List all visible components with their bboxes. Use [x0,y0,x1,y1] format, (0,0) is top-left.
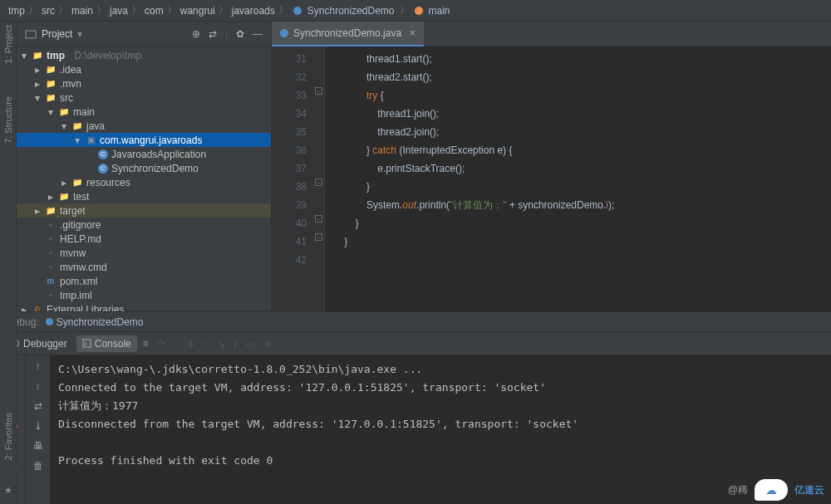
file-icon: ▫ [45,262,57,273]
clear-icon[interactable]: 🗑 [33,460,43,472]
tab-project[interactable]: 1: Project [3,25,13,63]
up-icon[interactable]: ↑ [36,360,41,372]
down-icon[interactable]: ↓ [36,380,41,392]
watermark: @稀 ☁ 亿速云 [728,479,824,501]
bc-method[interactable]: main [413,5,452,17]
tree-item[interactable]: ▸📁.idea [17,62,271,76]
tree-item[interactable]: ▸📁target [17,203,271,218]
tree-ext-lib[interactable]: ▸⫛ External Libraries [17,302,271,311]
evaluate-icon[interactable]: ▭ [246,338,255,350]
code-area[interactable]: 313233343536373839404142 - - - - thread1… [272,46,831,311]
bc-seg[interactable]: src [42,5,55,17]
fold-gutter[interactable]: - - - - [313,46,325,311]
file-icon: ▫ [45,247,57,259]
class-icon: C [98,164,108,174]
console-tab[interactable]: Console [76,335,137,352]
close-icon[interactable]: × [410,27,416,39]
class-icon [280,29,288,37]
bc-seg[interactable]: javaroads [232,5,275,17]
tree-item[interactable]: ▫tmp.iml [17,288,271,302]
folder-icon: 📁 [58,106,70,118]
class-icon: C [98,149,108,159]
code-content[interactable]: thread1.start(); thread2.start(); try { … [325,46,831,311]
left-tool-bar: 1: Project 7: Structure [0,22,17,311]
tree-item[interactable]: ▾📁java [17,119,271,133]
fold-marker[interactable]: - [315,87,322,95]
hide-icon[interactable]: — [253,28,263,40]
file-icon: ▫ [45,290,57,301]
folder-icon: 📁 [45,78,57,90]
file-icon: ▫ [45,233,57,245]
tree-item[interactable]: ▸📁resources [17,175,271,189]
debug-sidebar-2: ↑ ↓ ⇄ ⤓ 🖶 🗑 [25,355,50,504]
pkg-icon: ▣ [85,135,96,146]
tree-item[interactable]: ▫.gitignore [17,218,271,232]
settings-icon[interactable]: ✿ [236,28,244,40]
scroll-icon[interactable]: ⤓ [34,420,42,432]
build-icon[interactable]: ★ [4,485,12,496]
folder-icon: 📁 [45,64,57,76]
m-icon: m [45,276,57,287]
class-icon [293,7,302,15]
editor-tabs: SynchronizedDemo.java × [272,22,831,46]
tree-item[interactable]: ▾▣com.wangrui.javaroads [17,133,271,147]
force-step-icon[interactable]: ⇓ [187,338,195,350]
fold-marker[interactable]: - [315,233,322,241]
step-into-icon[interactable]: ↓ [174,338,179,350]
debug-config[interactable]: SynchronizedDemo [46,316,144,328]
debug-panel: Debug: SynchronizedDemo Debugger Console… [0,311,831,504]
bc-seg[interactable]: com [145,5,164,17]
folder-icon: 📁 [32,50,43,61]
left-bottom-bar: 2: Favorites ★ [0,311,17,504]
tree-item[interactable]: ▫mvnw [17,246,271,260]
file-icon: ▫ [45,219,57,231]
tree-root[interactable]: ▾📁 tmp D:\develop\tmp [17,48,271,62]
project-title[interactable]: Project ▾ [25,28,82,40]
editor: SynchronizedDemo.java × 3132333435363738… [272,22,831,311]
folder-icon: 📁 [58,191,70,203]
tree-item[interactable]: ▾📁src [17,91,271,105]
tree-item[interactable]: ▫mvnw.cmd [17,260,271,274]
tree-item[interactable]: ▾📁main [17,105,271,119]
locate-icon[interactable]: ⊕ [192,28,200,40]
tree-item[interactable]: mpom.xml [17,274,271,288]
tree-item[interactable]: CSynchronizedDemo [17,161,271,175]
bc-seg[interactable]: tmp [8,5,25,17]
tab-structure[interactable]: 7: Structure [3,96,13,144]
lib-icon: ⫛ [32,304,43,312]
brand-icon: ☁ [755,479,788,501]
tree-item[interactable]: CJavaroadsApplication [17,147,271,161]
method-icon [415,7,423,15]
folder-icon: 📁 [71,177,83,188]
project-tree[interactable]: ▾📁 tmp D:\develop\tmp ▸📁.idea▸📁.mvn▾📁src… [17,46,271,311]
step-over-icon[interactable]: ↷ [157,338,165,350]
collapse-icon[interactable]: ⇄ [209,28,217,40]
console-icon [82,339,91,348]
folder-icon: 📁 [71,120,83,132]
svg-rect-2 [83,340,91,347]
breadcrumb: tmp〉 src〉 main〉 java〉 com〉 wangrui〉 java… [0,0,831,22]
folder-o-icon: 📁 [45,205,57,217]
tree-item[interactable]: ▸📁test [17,189,271,203]
editor-tab[interactable]: SynchronizedDemo.java × [272,22,424,46]
console-output[interactable]: C:\Users\wang-\.jdks\corretto-1.8.0_252\… [50,355,831,504]
project-panel: Project ▾ ⊕ ⇄ | ✿ — ▾📁 tmp D:\develop\tm… [17,22,272,311]
threads-icon[interactable]: ≡ [143,338,149,350]
bc-class[interactable]: SynchronizedDemo [292,5,396,17]
tree-item[interactable]: ▫HELP.md [17,232,271,246]
print-icon[interactable]: 🖶 [33,440,43,452]
wrap-icon[interactable]: ⇄ [34,400,42,412]
run-to-cursor-icon[interactable]: ↘ [217,338,225,350]
tab-favorites[interactable]: 2: Favorites [3,413,13,460]
fold-marker[interactable]: - [315,215,322,223]
class-icon [46,318,53,325]
step-out-icon[interactable]: ↑ [204,338,209,350]
bc-seg[interactable]: wangrui [180,5,215,17]
svg-rect-0 [26,31,36,38]
bc-seg[interactable]: java [110,5,128,17]
tree-item[interactable]: ▸📁.mvn [17,76,271,91]
bc-seg[interactable]: main [71,5,93,17]
folder-icon: 📁 [45,92,57,104]
trace-icon[interactable]: ≋ [263,338,272,350]
fold-marker[interactable]: - [315,179,322,186]
